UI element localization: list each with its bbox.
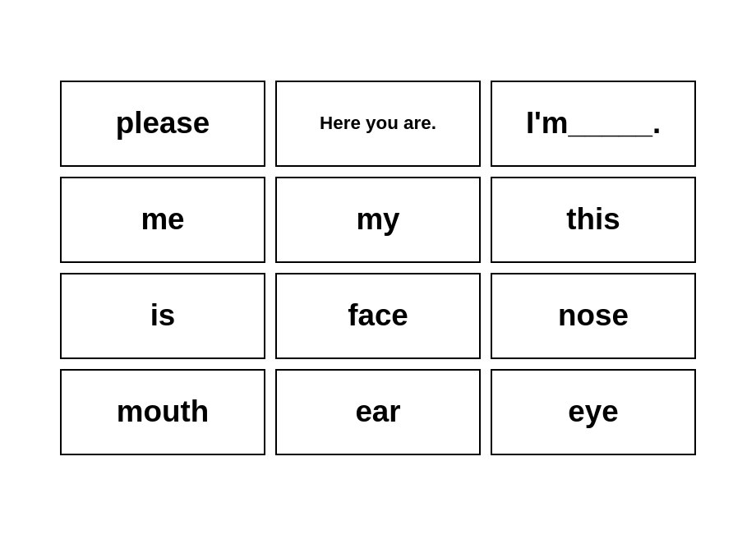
word-card-grid: please Here you are. I'm_____. me my thi… — [44, 64, 712, 472]
card-face-text: face — [341, 293, 415, 339]
card-please-text: please — [109, 100, 217, 146]
card-my[interactable]: my — [275, 177, 481, 263]
card-my-text: my — [349, 196, 406, 242]
card-here-you-are-text: Here you are. — [313, 107, 443, 141]
card-ear[interactable]: ear — [275, 369, 481, 455]
card-me[interactable]: me — [60, 177, 265, 263]
card-mouth-text: mouth — [110, 389, 215, 435]
card-please[interactable]: please — [60, 81, 265, 167]
card-eye[interactable]: eye — [491, 369, 696, 455]
card-ear-text: ear — [348, 389, 407, 435]
card-im-blank[interactable]: I'm_____. — [491, 81, 696, 167]
card-this-text: this — [560, 196, 626, 242]
card-me-text: me — [134, 196, 191, 242]
card-this[interactable]: this — [491, 177, 696, 263]
card-is[interactable]: is — [60, 273, 265, 359]
card-mouth[interactable]: mouth — [60, 369, 265, 455]
card-eye-text: eye — [561, 389, 625, 435]
card-nose[interactable]: nose — [491, 273, 696, 359]
card-face[interactable]: face — [275, 273, 481, 359]
card-here-you-are[interactable]: Here you are. — [275, 81, 481, 167]
card-is-text: is — [144, 293, 182, 339]
card-nose-text: nose — [551, 293, 635, 339]
card-im-blank-text: I'm_____. — [519, 100, 667, 146]
